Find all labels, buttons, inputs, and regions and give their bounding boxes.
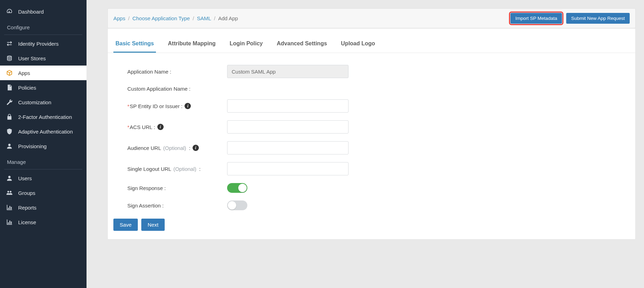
- import-sp-metadata-button[interactable]: Import SP Metadata: [510, 13, 562, 24]
- sidebar-item-provisioning[interactable]: Provisioning: [0, 139, 87, 153]
- info-icon[interactable]: i: [157, 124, 164, 130]
- breadcrumb: Apps / Choose Application Type / SAML / …: [113, 15, 238, 21]
- row-sign-response: Sign Response :: [127, 183, 627, 193]
- label-sign-assertion: Sign Assertion :: [127, 203, 227, 209]
- next-button[interactable]: Next: [141, 219, 165, 231]
- divider: [4, 35, 82, 35]
- label-acs-url: *ACS URL : i: [127, 124, 227, 130]
- sidebar-item-label: Provisioning: [18, 143, 47, 149]
- label-optional: (Optional): [173, 166, 196, 172]
- sidebar-item-adaptive-auth[interactable]: Adaptive Authentication: [0, 124, 87, 139]
- wrench-icon: [6, 98, 13, 106]
- sidebar-item-label: Identity Providers: [18, 41, 59, 47]
- chart-icon: [6, 204, 13, 211]
- sidebar-item-user-stores[interactable]: User Stores: [0, 51, 87, 66]
- label-sign-response: Sign Response :: [127, 185, 227, 191]
- label-optional: (Optional): [163, 145, 186, 151]
- dashboard-icon: [6, 8, 13, 15]
- sidebar-item-label: Groups: [18, 190, 35, 196]
- sidebar-item-label: 2-Factor Authentication: [18, 114, 72, 120]
- save-button[interactable]: Save: [113, 219, 138, 231]
- lock-icon: [6, 113, 13, 121]
- breadcrumb-separator: /: [193, 15, 194, 21]
- info-icon[interactable]: i: [193, 145, 199, 151]
- toggle-sign-assertion[interactable]: [227, 200, 247, 210]
- label-text: Audience URL: [127, 145, 161, 151]
- label-text: ACS URL :: [130, 124, 155, 130]
- breadcrumb-current: Add App: [218, 15, 238, 21]
- input-application-name: [227, 65, 349, 78]
- sidebar-item-label: User Stores: [18, 55, 46, 61]
- form: Application Name : Custom Application Na…: [108, 53, 635, 210]
- sidebar-item-dashboard[interactable]: Dashboard: [0, 4, 87, 19]
- label-custom-application-name: Custom Application Name :: [127, 86, 227, 92]
- submit-new-app-request-button[interactable]: Submit New App Request: [566, 13, 630, 24]
- input-audience-url[interactable]: [227, 141, 349, 154]
- sidebar-item-identity-providers[interactable]: Identity Providers: [0, 36, 87, 51]
- sidebar-item-users[interactable]: Users: [0, 171, 87, 185]
- sidebar-item-apps[interactable]: Apps: [0, 66, 87, 80]
- input-single-logout-url[interactable]: [227, 162, 349, 175]
- label-colon: :: [199, 166, 201, 172]
- tab-basic-settings[interactable]: Basic Settings: [113, 35, 156, 53]
- sidebar: Dashboard Configure Identity Providers U…: [0, 0, 87, 288]
- breadcrumb-separator: /: [128, 15, 129, 21]
- sidebar-heading-manage: Manage: [0, 155, 87, 168]
- tab-advanced-settings[interactable]: Advanced Settings: [275, 35, 329, 53]
- sidebar-item-label: Dashboard: [18, 9, 44, 15]
- sidebar-item-label: Users: [18, 175, 32, 181]
- main-content: Apps / Choose Application Type / SAML / …: [87, 0, 644, 288]
- sidebar-item-policies[interactable]: Policies: [0, 80, 87, 95]
- row-sp-entity-id: *SP Entity ID or Issuer : i: [127, 99, 627, 113]
- input-acs-url[interactable]: [227, 120, 349, 134]
- cube-icon: [6, 69, 13, 77]
- label-single-logout-url: Single Logout URL (Optional) :: [127, 166, 227, 172]
- tab-login-policy[interactable]: Login Policy: [227, 35, 265, 53]
- sidebar-item-license[interactable]: License: [0, 215, 87, 229]
- label-text: SP Entity ID or Issuer :: [130, 103, 182, 109]
- database-icon: [6, 54, 13, 62]
- row-custom-application-name: Custom Application Name :: [127, 86, 627, 92]
- topbar: Apps / Choose Application Type / SAML / …: [107, 8, 636, 28]
- breadcrumb-choose-type[interactable]: Choose Application Type: [132, 15, 190, 21]
- sidebar-item-label: Adaptive Authentication: [18, 129, 73, 135]
- breadcrumb-apps[interactable]: Apps: [113, 15, 125, 21]
- divider: [4, 169, 82, 169]
- input-sp-entity-id[interactable]: [227, 99, 349, 113]
- label-colon: :: [189, 145, 190, 151]
- tabs: Basic Settings Attribute Mapping Login P…: [108, 35, 635, 53]
- chart-icon: [6, 218, 13, 226]
- label-text: Single Logout URL: [127, 166, 171, 172]
- sidebar-item-label: Reports: [18, 205, 37, 211]
- tab-attribute-mapping[interactable]: Attribute Mapping: [166, 35, 218, 53]
- row-audience-url: Audience URL (Optional) : i: [127, 141, 627, 154]
- sidebar-item-label: License: [18, 219, 36, 225]
- user-icon: [6, 142, 13, 150]
- sidebar-item-customization[interactable]: Customization: [0, 95, 87, 109]
- sidebar-item-label: Customization: [18, 99, 51, 105]
- sidebar-heading-configure: Configure: [0, 20, 87, 33]
- tab-upload-logo[interactable]: Upload Logo: [339, 35, 377, 53]
- toggle-sign-response[interactable]: [227, 183, 247, 193]
- sidebar-item-groups[interactable]: Groups: [0, 185, 87, 200]
- shield-icon: [6, 128, 13, 135]
- row-sign-assertion: Sign Assertion :: [127, 200, 627, 210]
- label-application-name: Application Name :: [127, 69, 227, 75]
- sidebar-item-label: Apps: [18, 70, 30, 76]
- label-sp-entity-id: *SP Entity ID or Issuer : i: [127, 103, 227, 109]
- sidebar-item-label: Policies: [18, 85, 36, 91]
- label-audience-url: Audience URL (Optional) : i: [127, 145, 227, 151]
- row-application-name: Application Name :: [127, 65, 627, 78]
- user-icon: [6, 174, 13, 182]
- row-acs-url: *ACS URL : i: [127, 120, 627, 134]
- info-icon[interactable]: i: [185, 103, 191, 109]
- form-card: Basic Settings Attribute Mapping Login P…: [107, 28, 636, 240]
- document-icon: [6, 84, 13, 91]
- row-single-logout-url: Single Logout URL (Optional) :: [127, 162, 627, 175]
- sidebar-item-2fa[interactable]: 2-Factor Authentication: [0, 109, 87, 124]
- sidebar-item-reports[interactable]: Reports: [0, 200, 87, 215]
- exchange-icon: [6, 40, 13, 47]
- form-actions: Save Next: [113, 219, 635, 231]
- breadcrumb-separator: /: [214, 15, 215, 21]
- breadcrumb-saml[interactable]: SAML: [197, 15, 211, 21]
